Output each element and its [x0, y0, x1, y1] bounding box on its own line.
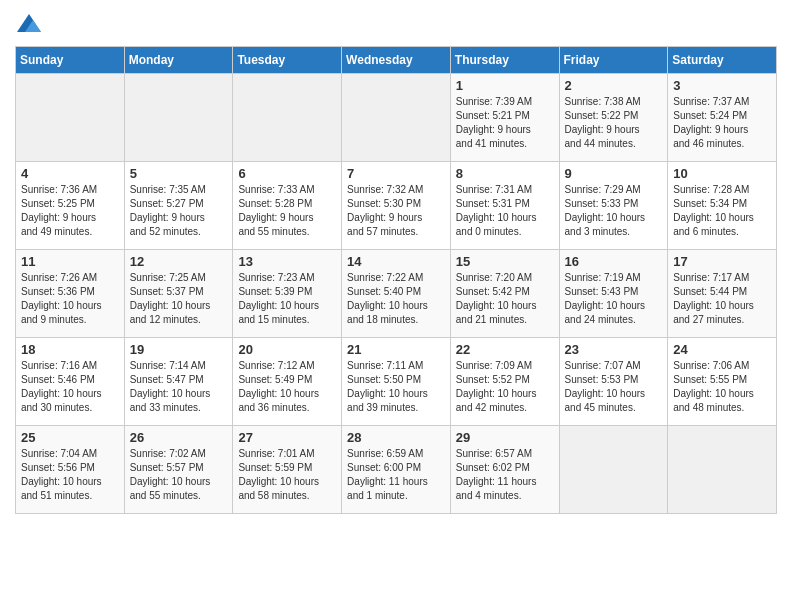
day-number: 27: [238, 430, 336, 445]
calendar-cell: 25Sunrise: 7:04 AM Sunset: 5:56 PM Dayli…: [16, 426, 125, 514]
day-number: 26: [130, 430, 228, 445]
calendar-cell: [559, 426, 668, 514]
day-number: 7: [347, 166, 445, 181]
day-of-week-header: Friday: [559, 47, 668, 74]
day-number: 28: [347, 430, 445, 445]
day-number: 6: [238, 166, 336, 181]
day-info: Sunrise: 7:12 AM Sunset: 5:49 PM Dayligh…: [238, 359, 336, 415]
day-number: 2: [565, 78, 663, 93]
calendar-cell: 2Sunrise: 7:38 AM Sunset: 5:22 PM Daylig…: [559, 74, 668, 162]
day-number: 22: [456, 342, 554, 357]
day-info: Sunrise: 7:07 AM Sunset: 5:53 PM Dayligh…: [565, 359, 663, 415]
calendar-cell: [342, 74, 451, 162]
day-number: 4: [21, 166, 119, 181]
day-number: 20: [238, 342, 336, 357]
calendar-week-row: 25Sunrise: 7:04 AM Sunset: 5:56 PM Dayli…: [16, 426, 777, 514]
calendar-cell: 13Sunrise: 7:23 AM Sunset: 5:39 PM Dayli…: [233, 250, 342, 338]
page-header: [15, 10, 777, 38]
day-number: 21: [347, 342, 445, 357]
day-of-week-header: Tuesday: [233, 47, 342, 74]
day-number: 10: [673, 166, 771, 181]
calendar-cell: 17Sunrise: 7:17 AM Sunset: 5:44 PM Dayli…: [668, 250, 777, 338]
day-of-week-header: Monday: [124, 47, 233, 74]
day-number: 3: [673, 78, 771, 93]
day-number: 12: [130, 254, 228, 269]
day-number: 1: [456, 78, 554, 93]
calendar-cell: 14Sunrise: 7:22 AM Sunset: 5:40 PM Dayli…: [342, 250, 451, 338]
calendar-cell: 12Sunrise: 7:25 AM Sunset: 5:37 PM Dayli…: [124, 250, 233, 338]
calendar-cell: 27Sunrise: 7:01 AM Sunset: 5:59 PM Dayli…: [233, 426, 342, 514]
calendar-cell: 23Sunrise: 7:07 AM Sunset: 5:53 PM Dayli…: [559, 338, 668, 426]
day-info: Sunrise: 7:06 AM Sunset: 5:55 PM Dayligh…: [673, 359, 771, 415]
day-number: 16: [565, 254, 663, 269]
calendar-cell: 16Sunrise: 7:19 AM Sunset: 5:43 PM Dayli…: [559, 250, 668, 338]
calendar-cell: 20Sunrise: 7:12 AM Sunset: 5:49 PM Dayli…: [233, 338, 342, 426]
day-info: Sunrise: 6:59 AM Sunset: 6:00 PM Dayligh…: [347, 447, 445, 503]
day-number: 23: [565, 342, 663, 357]
calendar-cell: 3Sunrise: 7:37 AM Sunset: 5:24 PM Daylig…: [668, 74, 777, 162]
logo: [15, 10, 47, 38]
calendar-cell: 24Sunrise: 7:06 AM Sunset: 5:55 PM Dayli…: [668, 338, 777, 426]
day-info: Sunrise: 7:09 AM Sunset: 5:52 PM Dayligh…: [456, 359, 554, 415]
day-info: Sunrise: 6:57 AM Sunset: 6:02 PM Dayligh…: [456, 447, 554, 503]
day-info: Sunrise: 7:32 AM Sunset: 5:30 PM Dayligh…: [347, 183, 445, 239]
day-info: Sunrise: 7:02 AM Sunset: 5:57 PM Dayligh…: [130, 447, 228, 503]
day-info: Sunrise: 7:04 AM Sunset: 5:56 PM Dayligh…: [21, 447, 119, 503]
calendar-week-row: 11Sunrise: 7:26 AM Sunset: 5:36 PM Dayli…: [16, 250, 777, 338]
day-info: Sunrise: 7:36 AM Sunset: 5:25 PM Dayligh…: [21, 183, 119, 239]
day-info: Sunrise: 7:17 AM Sunset: 5:44 PM Dayligh…: [673, 271, 771, 327]
day-of-week-header: Saturday: [668, 47, 777, 74]
calendar-week-row: 4Sunrise: 7:36 AM Sunset: 5:25 PM Daylig…: [16, 162, 777, 250]
day-info: Sunrise: 7:14 AM Sunset: 5:47 PM Dayligh…: [130, 359, 228, 415]
day-of-week-header: Sunday: [16, 47, 125, 74]
day-of-week-header: Wednesday: [342, 47, 451, 74]
day-info: Sunrise: 7:20 AM Sunset: 5:42 PM Dayligh…: [456, 271, 554, 327]
day-info: Sunrise: 7:29 AM Sunset: 5:33 PM Dayligh…: [565, 183, 663, 239]
calendar-cell: 29Sunrise: 6:57 AM Sunset: 6:02 PM Dayli…: [450, 426, 559, 514]
calendar-cell: 6Sunrise: 7:33 AM Sunset: 5:28 PM Daylig…: [233, 162, 342, 250]
day-info: Sunrise: 7:22 AM Sunset: 5:40 PM Dayligh…: [347, 271, 445, 327]
calendar-week-row: 1Sunrise: 7:39 AM Sunset: 5:21 PM Daylig…: [16, 74, 777, 162]
calendar-cell: 18Sunrise: 7:16 AM Sunset: 5:46 PM Dayli…: [16, 338, 125, 426]
day-info: Sunrise: 7:35 AM Sunset: 5:27 PM Dayligh…: [130, 183, 228, 239]
day-info: Sunrise: 7:39 AM Sunset: 5:21 PM Dayligh…: [456, 95, 554, 151]
calendar-cell: [124, 74, 233, 162]
day-info: Sunrise: 7:31 AM Sunset: 5:31 PM Dayligh…: [456, 183, 554, 239]
day-number: 15: [456, 254, 554, 269]
calendar-cell: 9Sunrise: 7:29 AM Sunset: 5:33 PM Daylig…: [559, 162, 668, 250]
calendar-cell: 28Sunrise: 6:59 AM Sunset: 6:00 PM Dayli…: [342, 426, 451, 514]
day-info: Sunrise: 7:11 AM Sunset: 5:50 PM Dayligh…: [347, 359, 445, 415]
calendar-cell: [233, 74, 342, 162]
day-number: 19: [130, 342, 228, 357]
calendar-cell: 19Sunrise: 7:14 AM Sunset: 5:47 PM Dayli…: [124, 338, 233, 426]
calendar-cell: 26Sunrise: 7:02 AM Sunset: 5:57 PM Dayli…: [124, 426, 233, 514]
day-info: Sunrise: 7:28 AM Sunset: 5:34 PM Dayligh…: [673, 183, 771, 239]
calendar-cell: 5Sunrise: 7:35 AM Sunset: 5:27 PM Daylig…: [124, 162, 233, 250]
day-of-week-header: Thursday: [450, 47, 559, 74]
calendar-cell: 21Sunrise: 7:11 AM Sunset: 5:50 PM Dayli…: [342, 338, 451, 426]
day-number: 24: [673, 342, 771, 357]
day-info: Sunrise: 7:25 AM Sunset: 5:37 PM Dayligh…: [130, 271, 228, 327]
day-number: 17: [673, 254, 771, 269]
day-number: 13: [238, 254, 336, 269]
calendar-header-row: SundayMondayTuesdayWednesdayThursdayFrid…: [16, 47, 777, 74]
day-number: 8: [456, 166, 554, 181]
day-info: Sunrise: 7:33 AM Sunset: 5:28 PM Dayligh…: [238, 183, 336, 239]
day-number: 29: [456, 430, 554, 445]
day-info: Sunrise: 7:16 AM Sunset: 5:46 PM Dayligh…: [21, 359, 119, 415]
calendar-cell: [16, 74, 125, 162]
day-info: Sunrise: 7:01 AM Sunset: 5:59 PM Dayligh…: [238, 447, 336, 503]
day-info: Sunrise: 7:26 AM Sunset: 5:36 PM Dayligh…: [21, 271, 119, 327]
day-info: Sunrise: 7:38 AM Sunset: 5:22 PM Dayligh…: [565, 95, 663, 151]
calendar-cell: [668, 426, 777, 514]
day-number: 25: [21, 430, 119, 445]
calendar-cell: 11Sunrise: 7:26 AM Sunset: 5:36 PM Dayli…: [16, 250, 125, 338]
day-info: Sunrise: 7:23 AM Sunset: 5:39 PM Dayligh…: [238, 271, 336, 327]
day-number: 14: [347, 254, 445, 269]
calendar-cell: 7Sunrise: 7:32 AM Sunset: 5:30 PM Daylig…: [342, 162, 451, 250]
day-info: Sunrise: 7:19 AM Sunset: 5:43 PM Dayligh…: [565, 271, 663, 327]
calendar-table: SundayMondayTuesdayWednesdayThursdayFrid…: [15, 46, 777, 514]
calendar-cell: 1Sunrise: 7:39 AM Sunset: 5:21 PM Daylig…: [450, 74, 559, 162]
day-info: Sunrise: 7:37 AM Sunset: 5:24 PM Dayligh…: [673, 95, 771, 151]
calendar-cell: 15Sunrise: 7:20 AM Sunset: 5:42 PM Dayli…: [450, 250, 559, 338]
